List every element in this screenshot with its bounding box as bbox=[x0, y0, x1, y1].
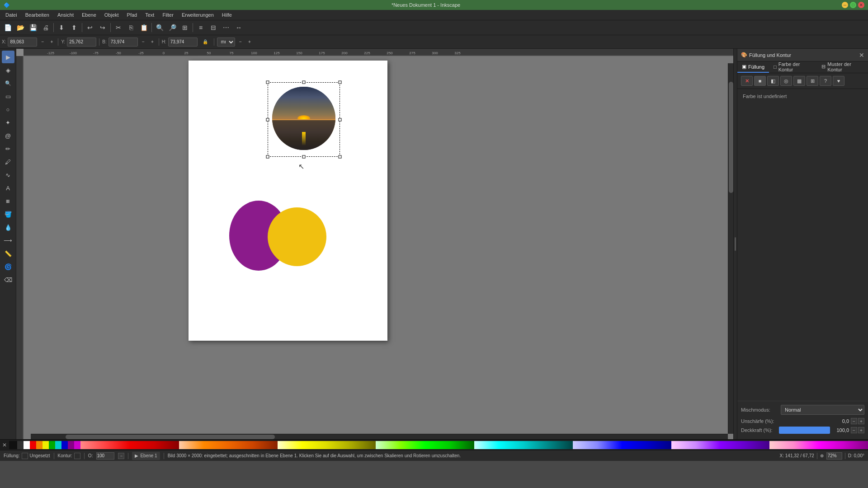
handle-bc[interactable] bbox=[302, 155, 306, 159]
color-swatch-green[interactable] bbox=[49, 441, 55, 449]
horizontal-scrollbar[interactable] bbox=[31, 434, 728, 439]
handle-tr[interactable] bbox=[339, 81, 342, 84]
eraser-tool[interactable]: ⌫ bbox=[2, 273, 14, 286]
opacity-input-status[interactable] bbox=[96, 452, 114, 460]
minimize-button[interactable]: ─ bbox=[842, 2, 848, 8]
measure-tool[interactable]: 📏 bbox=[2, 247, 14, 260]
color-swatch-red[interactable] bbox=[30, 441, 36, 449]
select-tool[interactable]: ▶ bbox=[2, 51, 14, 63]
coord-minus-x[interactable]: − bbox=[39, 36, 46, 48]
menu-objekt[interactable]: Objekt bbox=[101, 11, 123, 19]
zoom-input[interactable] bbox=[826, 452, 842, 460]
coord-plus-u[interactable]: + bbox=[246, 36, 253, 48]
nodes-button[interactable]: ⋯ bbox=[220, 22, 232, 33]
color-swatch-cyan[interactable] bbox=[55, 441, 61, 449]
text-tool[interactable]: A bbox=[2, 182, 14, 194]
panel-splitter[interactable] bbox=[733, 49, 737, 439]
paint-bucket-tool[interactable]: 🪣 bbox=[2, 208, 14, 221]
color-swatch-magenta[interactable] bbox=[74, 441, 80, 449]
opacity-plus[interactable]: + bbox=[858, 427, 864, 433]
gradient-tool[interactable]: ▦ bbox=[2, 195, 14, 207]
w-input[interactable] bbox=[108, 38, 138, 47]
redo-button[interactable]: ↪ bbox=[97, 22, 108, 33]
open-button[interactable]: 📂 bbox=[14, 22, 26, 33]
handle-tc[interactable] bbox=[302, 81, 306, 84]
tab-fullung[interactable]: ▣ Füllung bbox=[737, 61, 769, 73]
color-swatch-yellow[interactable] bbox=[42, 441, 49, 449]
blur-minus[interactable]: − bbox=[851, 418, 857, 424]
spiral-tool[interactable]: @ bbox=[2, 129, 14, 142]
fill-linear-button[interactable]: ◧ bbox=[767, 76, 779, 86]
handle-ml[interactable] bbox=[266, 118, 269, 121]
connector-tool[interactable]: ⟶ bbox=[2, 234, 14, 247]
color-swatch-blue[interactable] bbox=[61, 441, 68, 449]
maximize-button[interactable]: □ bbox=[850, 2, 856, 8]
color-swatch-white[interactable] bbox=[24, 441, 30, 449]
spray-tool[interactable]: 🌀 bbox=[2, 260, 14, 273]
copy-button[interactable]: ⎘ bbox=[125, 22, 137, 33]
opacity-bar-wrapper[interactable] bbox=[779, 427, 830, 434]
vertical-scrollbar[interactable] bbox=[728, 63, 733, 434]
undo-button[interactable]: ↩ bbox=[84, 22, 96, 33]
menu-text[interactable]: Text bbox=[142, 11, 158, 19]
new-button[interactable]: 📄 bbox=[2, 22, 14, 33]
tab-muster-kontur[interactable]: ⊟ Muster der Kontur bbox=[817, 61, 868, 73]
menu-filter[interactable]: Filter bbox=[159, 11, 177, 19]
blur-plus[interactable]: + bbox=[858, 418, 864, 424]
node-tool[interactable]: ◈ bbox=[2, 64, 14, 76]
opacity-minus-status[interactable]: − bbox=[118, 453, 124, 459]
paste-button[interactable]: 📋 bbox=[138, 22, 150, 33]
distribute-button[interactable]: ⊟ bbox=[208, 22, 219, 33]
pen-tool[interactable]: 🖊 bbox=[2, 155, 14, 168]
x-input[interactable] bbox=[8, 38, 37, 47]
rect-tool[interactable]: ▭ bbox=[2, 90, 14, 103]
fill-heart-button[interactable]: ♥ bbox=[833, 76, 844, 86]
panel-close-button[interactable]: ✕ bbox=[859, 52, 864, 59]
blend-mode-select[interactable]: Normal Multiply Screen Overlay bbox=[781, 405, 864, 415]
color-none-button[interactable]: ✕ bbox=[0, 441, 9, 450]
cut-button[interactable]: ✂ bbox=[113, 22, 124, 33]
export-button[interactable]: ⬆ bbox=[68, 22, 80, 33]
selected-circle-image[interactable] bbox=[268, 82, 340, 157]
tab-farbe-kontur[interactable]: □ Farbe der Kontur bbox=[769, 61, 817, 73]
calligraphy-tool[interactable]: ∿ bbox=[2, 169, 14, 181]
transform-button[interactable]: ↔ bbox=[233, 22, 245, 33]
color-swatch-black[interactable] bbox=[9, 441, 17, 449]
coord-minus-w[interactable]: − bbox=[140, 36, 147, 48]
h-input[interactable] bbox=[168, 38, 198, 47]
menu-datei[interactable]: Datei bbox=[2, 11, 21, 19]
yellow-circle[interactable] bbox=[268, 207, 326, 266]
fill-pattern-button[interactable]: ▦ bbox=[793, 76, 805, 86]
unit-select[interactable]: mmpxcm bbox=[217, 38, 235, 47]
zoom-out-button[interactable]: 🔎 bbox=[166, 22, 178, 33]
color-swatch-orange[interactable] bbox=[36, 441, 42, 449]
menu-ansicht[interactable]: Ansicht bbox=[54, 11, 77, 19]
zoom-in-button[interactable]: 🔍 bbox=[154, 22, 165, 33]
circle-tool[interactable]: ○ bbox=[2, 103, 14, 116]
menu-pfad[interactable]: Pfad bbox=[123, 11, 141, 19]
menu-erweiterungen[interactable]: Erweiterungen bbox=[178, 11, 217, 19]
handle-tl[interactable] bbox=[266, 81, 269, 84]
save-button[interactable]: 💾 bbox=[27, 22, 39, 33]
vscroll-thumb[interactable] bbox=[729, 82, 733, 193]
handle-br[interactable] bbox=[339, 155, 342, 159]
menu-hilfe[interactable]: Hilfe bbox=[218, 11, 236, 19]
fill-flat-button[interactable]: ■ bbox=[754, 76, 766, 86]
close-button[interactable]: ✕ bbox=[858, 2, 864, 8]
coord-minus-u[interactable]: − bbox=[237, 36, 244, 48]
coord-plus-w[interactable]: + bbox=[149, 36, 156, 48]
fill-none-button[interactable]: ✕ bbox=[741, 76, 753, 86]
hscroll-thumb[interactable] bbox=[66, 435, 275, 439]
pencil-tool[interactable]: ✏ bbox=[2, 142, 14, 155]
dropper-tool[interactable]: 💧 bbox=[2, 221, 14, 234]
handle-bl[interactable] bbox=[266, 155, 269, 159]
y-input[interactable] bbox=[67, 38, 96, 47]
fill-unset-button[interactable]: ? bbox=[820, 76, 831, 86]
coord-lock[interactable]: 🔒 bbox=[199, 36, 211, 48]
color-swatch-dark[interactable] bbox=[17, 441, 24, 449]
menu-bearbeiten[interactable]: Bearbeiten bbox=[22, 11, 53, 19]
import-button[interactable]: ⬇ bbox=[56, 22, 67, 33]
align-button[interactable]: ≡ bbox=[195, 22, 207, 33]
print-button[interactable]: 🖨 bbox=[40, 22, 52, 33]
star-tool[interactable]: ✦ bbox=[2, 116, 14, 129]
